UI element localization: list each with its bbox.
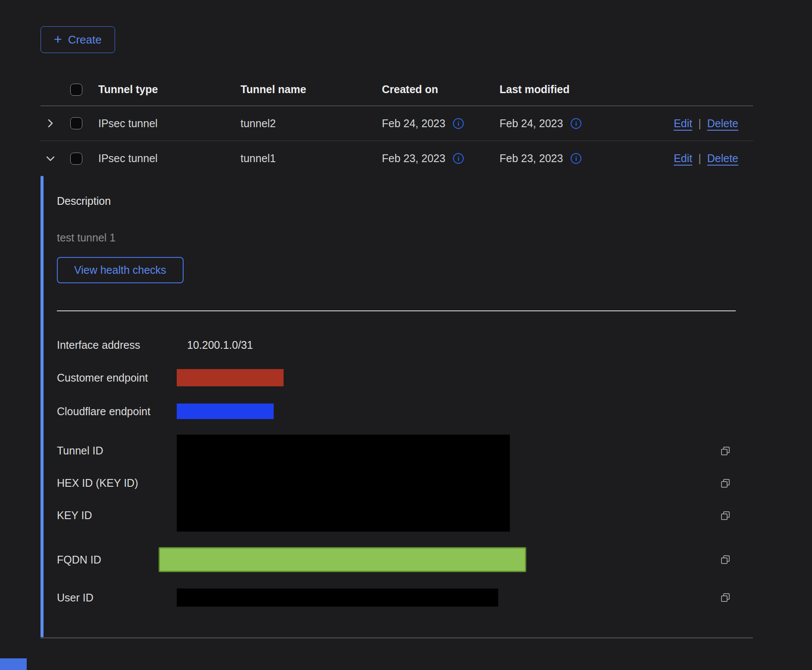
created-on-cell: Feb 24, 2023 i [382, 117, 500, 130]
detail-row-cloudflare-endpoint: Cloudflare endpoint [57, 404, 753, 419]
action-separator: | [698, 152, 701, 164]
copy-icon[interactable] [720, 467, 731, 499]
table-row: IPsec tunnel tunnel1 Feb 23, 2023 i Feb … [41, 141, 753, 176]
header-tunnel-name: Tunnel name [240, 83, 382, 96]
info-icon[interactable]: i [571, 153, 581, 164]
tunnel-type-cell: IPsec tunnel [98, 152, 240, 165]
header-tunnel-type: Tunnel type [98, 83, 240, 96]
expansion-accent-bar [41, 176, 44, 637]
header-last-modified: Last modified [500, 83, 665, 96]
row-checkbox[interactable] [70, 153, 82, 165]
copy-icon[interactable] [720, 554, 731, 565]
expanded-row-panel: Description test tunnel 1 View health ch… [41, 176, 753, 639]
copy-icon[interactable] [720, 499, 731, 532]
row-actions: Edit|Delete [665, 152, 753, 165]
row-checkbox[interactable] [70, 117, 82, 129]
last-modified-cell: Feb 24, 2023 i [500, 117, 665, 130]
user-id-label: User ID [57, 592, 177, 604]
key-id-label: KEY ID [57, 499, 177, 532]
last-modified-cell: Feb 23, 2023 i [500, 152, 665, 165]
header-created-on: Created on [382, 83, 500, 96]
copy-icon[interactable] [720, 435, 731, 467]
interface-address-label: Interface address [57, 339, 177, 351]
cloudflare-endpoint-redaction [177, 404, 274, 419]
detail-row-user-id: User ID [57, 589, 753, 607]
edit-link[interactable]: Edit [674, 152, 692, 164]
detail-row-interface-address: Interface address 10.200.1.0/31 [57, 338, 753, 352]
last-modified-date: Feb 24, 2023 [500, 117, 563, 130]
edit-link[interactable]: Edit [674, 117, 692, 129]
customer-endpoint-redaction [177, 369, 284, 386]
last-modified-date: Feb 23, 2023 [500, 152, 563, 165]
tunnel-type-cell: IPsec tunnel [98, 117, 240, 130]
chevron-right-icon[interactable] [45, 118, 56, 129]
detail-row-fqdn-id: FQDN ID [57, 547, 753, 572]
created-on-date: Feb 24, 2023 [382, 117, 445, 130]
action-separator: | [698, 117, 701, 129]
create-button[interactable]: + Create [41, 26, 115, 53]
tunnel-table: Tunnel type Tunnel name Created on Last … [41, 73, 753, 639]
table-header-row: Tunnel type Tunnel name Created on Last … [41, 73, 753, 106]
tunnel-id-label: Tunnel ID [57, 435, 177, 467]
detail-group-ids: Tunnel ID HEX ID (KEY ID) KEY ID [57, 435, 753, 532]
row-actions: Edit|Delete [665, 117, 753, 130]
cloudflare-endpoint-label: Cloudflare endpoint [57, 405, 177, 418]
interface-address-value: 10.200.1.0/31 [177, 339, 253, 351]
detail-row-customer-endpoint: Customer endpoint [57, 369, 753, 386]
delete-link[interactable]: Delete [707, 117, 738, 129]
description-label: Description [57, 195, 753, 207]
info-icon[interactable]: i [453, 118, 464, 129]
id-labels: Tunnel ID HEX ID (KEY ID) KEY ID [57, 435, 177, 532]
copy-icon[interactable] [720, 592, 731, 603]
fqdn-id-redaction [159, 547, 526, 572]
tunnels-page: + Create Tunnel type Tunnel name Created… [0, 0, 812, 670]
user-id-redaction [177, 589, 498, 607]
bottom-left-accent [0, 658, 27, 670]
expanded-row-content: Description test tunnel 1 View health ch… [44, 176, 753, 637]
tunnel-name-cell: tunnel2 [240, 117, 382, 130]
hex-id-label: HEX ID (KEY ID) [57, 467, 177, 499]
created-on-date: Feb 23, 2023 [382, 152, 445, 165]
id-copy-buttons [720, 435, 753, 532]
customer-endpoint-label: Customer endpoint [57, 372, 177, 384]
select-all-checkbox[interactable] [70, 84, 82, 96]
id-values [177, 435, 720, 532]
created-on-cell: Feb 23, 2023 i [382, 152, 500, 165]
tunnel-name-cell: tunnel1 [240, 152, 382, 165]
delete-link[interactable]: Delete [707, 152, 738, 164]
info-icon[interactable]: i [453, 153, 464, 164]
create-button-label: Create [68, 33, 102, 47]
panel-divider [57, 310, 736, 311]
table-row: IPsec tunnel tunnel2 Feb 24, 2023 i Feb … [41, 106, 753, 141]
view-health-checks-button[interactable]: View health checks [57, 257, 184, 283]
plus-icon: + [54, 32, 62, 46]
description-value: test tunnel 1 [57, 232, 753, 244]
chevron-down-icon[interactable] [45, 153, 56, 164]
ids-redaction [177, 435, 510, 532]
info-icon[interactable]: i [571, 118, 581, 129]
